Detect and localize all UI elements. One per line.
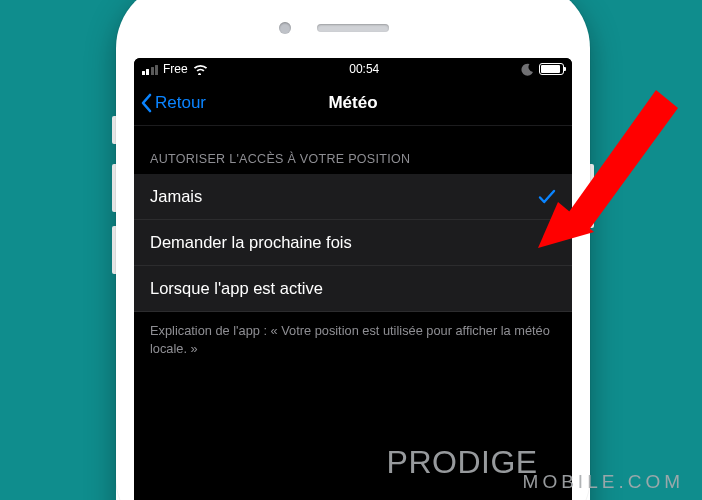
phone-camera	[279, 22, 291, 34]
phone-speaker	[317, 24, 389, 32]
phone-power-button	[590, 164, 594, 228]
checkmark-icon	[538, 189, 556, 205]
signal-icon	[142, 64, 158, 75]
phone-frame: Free 00:54 Retour Météo AUTORISER L'ACCÈ…	[116, 0, 590, 500]
nav-bar: Retour Météo	[134, 80, 572, 126]
battery-icon	[539, 63, 564, 75]
back-button[interactable]: Retour	[140, 93, 206, 113]
settings-content: AUTORISER L'ACCÈS À VOTRE POSITION Jamai…	[134, 126, 572, 377]
option-while-using[interactable]: Lorsque l'app est active	[134, 266, 572, 312]
option-label: Lorsque l'app est active	[150, 279, 323, 298]
do-not-disturb-icon	[521, 63, 534, 76]
option-label: Jamais	[150, 187, 202, 206]
section-footer: Explication de l'app : « Votre position …	[134, 312, 572, 377]
carrier-label: Free	[163, 62, 188, 76]
wifi-icon	[193, 64, 208, 75]
watermark: PRODIGE MOBILE.COM	[387, 448, 684, 490]
clock: 00:54	[349, 62, 379, 76]
phone-volume-down	[112, 226, 116, 274]
option-ask-next-time[interactable]: Demander la prochaine fois	[134, 220, 572, 266]
phone-screen: Free 00:54 Retour Météo AUTORISER L'ACCÈ…	[134, 58, 572, 500]
option-label: Demander la prochaine fois	[150, 233, 352, 252]
section-header: AUTORISER L'ACCÈS À VOTRE POSITION	[134, 126, 572, 174]
chevron-left-icon	[140, 93, 152, 113]
page-title: Météo	[328, 93, 377, 113]
watermark-line2: MOBILE.COM	[523, 473, 684, 490]
phone-volume-up	[112, 164, 116, 212]
option-never[interactable]: Jamais	[134, 174, 572, 220]
back-label: Retour	[155, 93, 206, 113]
status-bar: Free 00:54	[134, 58, 572, 80]
phone-silence-switch	[112, 116, 116, 144]
